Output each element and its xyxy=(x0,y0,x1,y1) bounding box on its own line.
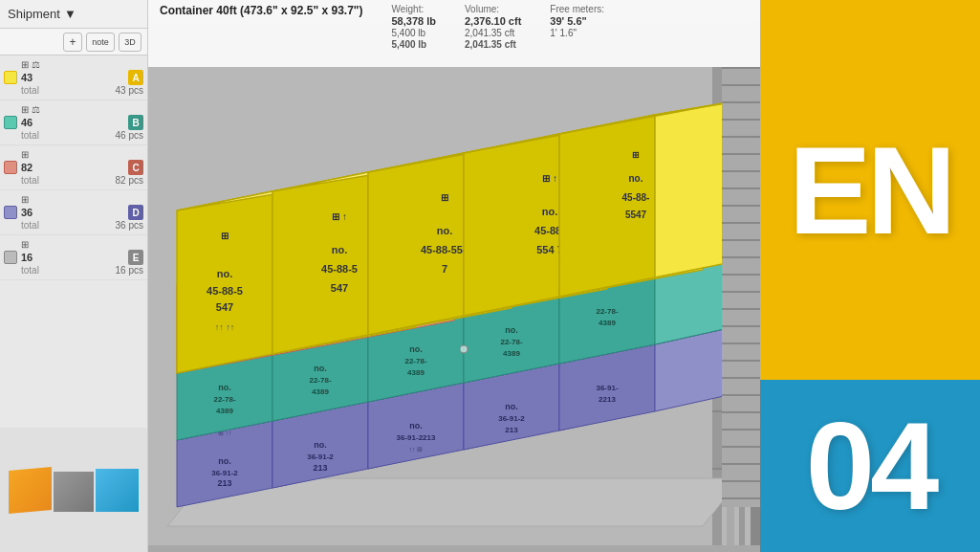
svg-text:45-88-554: 45-88-554 xyxy=(421,244,469,255)
add-button[interactable]: + xyxy=(63,33,82,52)
logo-cubes xyxy=(9,469,139,512)
svg-text:no.: no. xyxy=(218,383,231,392)
cargo-item-c[interactable]: ⊞82Ctotal82 pcs xyxy=(0,145,147,190)
volume-label: Volume: xyxy=(465,4,521,14)
cargo-visualization: no. 36-91-2 213 ⊞ ↑↑ no. 36-91-2 213 no.… xyxy=(148,67,760,545)
svg-text:2213: 2213 xyxy=(599,395,616,404)
cargo-icons: ⊞ xyxy=(21,149,143,160)
cargo-pcs: 46 pcs xyxy=(116,130,143,141)
cargo-name-row: 36D xyxy=(21,205,143,220)
svg-text:no.: no. xyxy=(542,206,558,217)
cargo-icons: ⊞ xyxy=(21,194,143,205)
svg-text:213: 213 xyxy=(217,478,231,488)
weight-sub2: 5,400 lb xyxy=(392,39,436,50)
sidebar-toolbar: + note 3D xyxy=(0,29,147,55)
svg-text:4389: 4389 xyxy=(312,387,329,396)
svg-text:45-88-: 45-88- xyxy=(622,192,650,203)
cargo-pcs-row: total16 pcs xyxy=(21,265,143,276)
svg-text:↑↑ ⊞: ↑↑ ⊞ xyxy=(409,446,424,453)
cargo-pcs-row: total43 pcs xyxy=(21,85,143,96)
svg-text:36-91-2213: 36-91-2213 xyxy=(397,433,436,442)
cargo-count: 16 xyxy=(21,252,33,263)
shipment-dropdown[interactable]: Shipment ▼ xyxy=(8,7,76,21)
free-sub: 1' 1.6" xyxy=(550,28,604,38)
svg-text:no.: no. xyxy=(409,421,423,431)
svg-text:⊞: ⊞ xyxy=(441,192,448,203)
cargo-name-row: 16E xyxy=(21,250,143,265)
svg-text:213: 213 xyxy=(505,426,518,434)
weight-section: Weight: 58,378 lb 5,400 lb 5,400 lb xyxy=(392,4,436,50)
svg-text:7: 7 xyxy=(442,263,447,275)
cargo-total: total xyxy=(21,220,39,231)
cargo-count: 82 xyxy=(21,162,33,173)
svg-text:22-78-: 22-78- xyxy=(500,338,522,346)
cargo-icons: ⊞ ⚖ xyxy=(21,59,143,70)
cargo-color-e xyxy=(4,251,17,264)
chevron-down-icon: ▼ xyxy=(64,7,76,21)
svg-text:4389: 4389 xyxy=(216,407,233,415)
volume-section: Volume: 2,376.10 cft 2,041.35 cft 2,041.… xyxy=(465,4,521,50)
cargo-count: 43 xyxy=(21,72,33,83)
weight-label: Weight: xyxy=(392,4,436,14)
view-3d-button[interactable]: 3D xyxy=(119,33,142,52)
cargo-pcs-row: total82 pcs xyxy=(21,175,143,186)
cargo-item-a[interactable]: ⊞ ⚖43Atotal43 pcs xyxy=(0,55,147,100)
cargo-info-d: ⊞36Dtotal36 pcs xyxy=(21,194,143,231)
svg-text:no.: no. xyxy=(437,225,453,236)
cargo-total: total xyxy=(21,265,39,276)
cargo-total: total xyxy=(21,175,39,186)
volume-total: 2,376.10 cft xyxy=(465,15,521,27)
svg-text:4389: 4389 xyxy=(407,368,425,377)
logo-blue-cube xyxy=(96,469,139,512)
free-value: 39' 5.6" xyxy=(550,15,604,27)
cargo-item-d[interactable]: ⊞36Dtotal36 pcs xyxy=(0,190,147,235)
cargo-letter-c: C xyxy=(128,160,143,175)
svg-point-111 xyxy=(460,345,468,353)
note-button[interactable]: note xyxy=(86,33,115,52)
cargo-letter-b: B xyxy=(128,115,143,130)
container-rails xyxy=(722,67,760,507)
episode-number: 04 xyxy=(806,404,935,528)
cargo-info-c: ⊞82Ctotal82 pcs xyxy=(21,149,143,186)
svg-text:36-91-: 36-91- xyxy=(596,384,618,392)
svg-text:22-78-: 22-78- xyxy=(596,307,618,316)
svg-text:36-91-2: 36-91-2 xyxy=(307,453,334,461)
cargo-item-b[interactable]: ⊞ ⚖46Btotal46 pcs xyxy=(0,100,147,145)
cargo-total: total xyxy=(21,130,39,141)
svg-text:↑↑ ↑↑: ↑↑ ↑↑ xyxy=(215,322,235,332)
cargo-color-c xyxy=(4,161,17,174)
svg-text:⊞ ↑: ⊞ ↑ xyxy=(332,211,347,222)
svg-text:36-91-2: 36-91-2 xyxy=(498,414,525,423)
cargo-icons: ⊞ xyxy=(21,239,143,250)
cargo-pcs: 43 pcs xyxy=(116,85,143,96)
cargo-item-e[interactable]: ⊞16Etotal16 pcs xyxy=(0,235,147,280)
svg-text:⊞: ⊞ xyxy=(221,231,229,241)
svg-text:no.: no. xyxy=(314,440,327,450)
cargo-color-a xyxy=(4,71,17,84)
sidebar: Shipment ▼ + note 3D ⊞ ⚖43Atotal43 pcs⊞ … xyxy=(0,0,148,552)
svg-text:4389: 4389 xyxy=(503,349,520,358)
cargo-pcs: 16 pcs xyxy=(116,265,143,276)
svg-text:no.: no. xyxy=(409,344,423,354)
svg-marker-104 xyxy=(559,115,655,297)
svg-text:4389: 4389 xyxy=(599,319,616,327)
cargo-pcs: 36 pcs xyxy=(116,220,143,231)
svg-text:5547: 5547 xyxy=(625,210,647,220)
container-title: Container 40ft (473.6" x 92.5" x 93.7") xyxy=(160,4,363,17)
cargo-name-row: 43A xyxy=(21,70,143,85)
svg-text:⊞ ↑: ⊞ ↑ xyxy=(542,173,557,184)
svg-text:22-78-: 22-78- xyxy=(213,395,235,404)
cargo-count: 46 xyxy=(21,117,33,128)
svg-text:no.: no. xyxy=(629,173,643,184)
weight-total: 58,378 lb xyxy=(392,15,436,27)
number-panel: 04 xyxy=(760,380,980,552)
cargo-icons: ⊞ ⚖ xyxy=(21,104,143,115)
container-info: Container 40ft (473.6" x 92.5" x 93.7") … xyxy=(148,0,760,69)
container-title-section: Container 40ft (473.6" x 92.5" x 93.7") xyxy=(160,4,363,17)
svg-marker-75 xyxy=(177,191,272,373)
cargo-info-b: ⊞ ⚖46Btotal46 pcs xyxy=(21,104,143,141)
svg-text:no.: no. xyxy=(314,364,327,373)
cargo-color-d xyxy=(4,206,17,219)
svg-text:547: 547 xyxy=(216,301,233,313)
svg-text:547: 547 xyxy=(331,282,348,294)
